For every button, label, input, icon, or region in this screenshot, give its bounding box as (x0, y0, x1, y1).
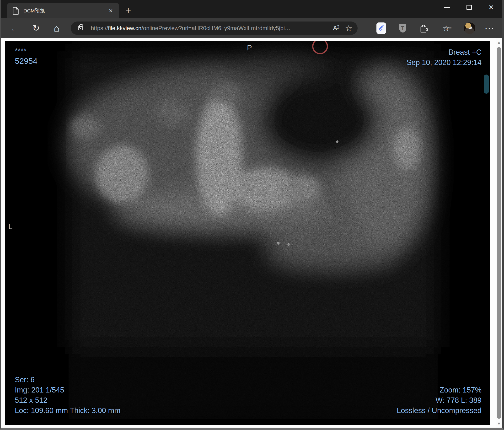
collections-lines-icon: ≡ (449, 25, 452, 31)
scrollbar-down-icon[interactable]: ▼ (496, 421, 502, 426)
dicom-canvas[interactable]: **** 52954 Breast +C Sep 10, 2020 12:29:… (5, 41, 490, 425)
maximize-icon (467, 5, 472, 10)
bird-extension-icon (377, 22, 386, 34)
browser-toolbar: ← ↻ ⌂ https://file.kkview.cn/onlinePrevi… (1, 18, 502, 38)
compression-info: Lossless / Uncompressed (397, 405, 482, 416)
patient-id: 52954 (15, 56, 37, 66)
window-controls: × (436, 0, 502, 15)
scrollbar-thumb[interactable] (497, 47, 501, 419)
tab-close-icon[interactable]: × (108, 7, 114, 14)
window-level: W: 778 L: 389 (397, 395, 482, 405)
browser-window: DCM预览 × + × ← ↻ ⌂ https://file.kkview.cn… (0, 0, 504, 430)
slice-scroll-indicator[interactable] (484, 74, 489, 94)
overlay-patient: **** 52954 (15, 46, 37, 66)
overlay-display-info: Zoom: 157% W: 778 L: 389 Lossless / Unco… (397, 385, 482, 416)
url-text[interactable]: https://file.kkview.cn/onlinePreview?url… (91, 25, 333, 32)
overlay-series-info: Ser: 6 Img: 201 1/545 512 x 512 Loc: 109… (15, 375, 120, 416)
document-favicon-icon (12, 7, 19, 15)
mri-image (5, 41, 490, 425)
url-path: /onlinePreview?url=aHR0cHM6Ly9maWxlLmtrd… (141, 25, 290, 31)
overlay-study: Breast +C Sep 10, 2020 12:29:14 (406, 47, 482, 68)
new-tab-button[interactable]: + (122, 5, 134, 17)
extensions-button[interactable] (417, 18, 431, 38)
maximize-button[interactable] (458, 0, 480, 15)
tab-dcm-preview[interactable]: DCM预览 × (7, 3, 119, 18)
toolbar-divider (435, 24, 435, 33)
close-icon: × (488, 3, 494, 12)
home-icon[interactable]: ⌂ (49, 18, 64, 38)
orientation-marker-posterior: P (247, 44, 252, 52)
puzzle-icon (419, 24, 428, 33)
series-number: Ser: 6 (15, 375, 120, 385)
orientation-marker-left: L (8, 222, 12, 231)
lock-icon[interactable] (78, 26, 83, 30)
profile-avatar[interactable] (464, 22, 475, 34)
study-description: Breast +C (406, 47, 482, 57)
url-protocol: https:// (91, 25, 108, 31)
script-extension-button[interactable]: T (396, 18, 409, 38)
settings-menu-button[interactable]: ⋯ (483, 18, 496, 38)
collections-button[interactable]: ☆ ≡ (441, 18, 454, 38)
back-icon[interactable]: ← (8, 18, 22, 38)
minimize-button[interactable] (436, 0, 458, 15)
shield-t-icon: T (399, 24, 406, 33)
favorite-star-icon[interactable]: ☆ (345, 23, 352, 33)
minimize-icon (444, 7, 450, 8)
study-datetime: Sep 10, 2020 12:29:14 (406, 57, 482, 68)
download-extension-button[interactable] (375, 18, 388, 38)
scrollbar-up-icon[interactable]: ▲ (496, 40, 502, 45)
slice-location: Loc: 109.60 mm Thick: 3.00 mm (15, 405, 120, 416)
address-bar[interactable]: https://file.kkview.cn/onlinePreview?url… (71, 21, 358, 35)
patient-name-masked: **** (15, 46, 37, 56)
image-matrix: 512 x 512 (15, 395, 120, 405)
page-content: **** 52954 Breast +C Sep 10, 2020 12:29:… (1, 38, 502, 428)
refresh-icon[interactable]: ↻ (29, 18, 43, 38)
tab-strip: DCM预览 × + × (1, 0, 502, 18)
tab-title: DCM预览 (23, 7, 108, 14)
close-button[interactable]: × (480, 0, 502, 15)
address-bar-actions: A)) ☆ (333, 23, 352, 33)
image-number: Img: 201 1/545 (15, 385, 120, 395)
read-aloud-icon[interactable]: A)) (333, 25, 339, 32)
zoom-level: Zoom: 157% (397, 385, 482, 395)
page-scrollbar[interactable]: ▲ ▼ (496, 38, 502, 428)
url-host: file.kkview.cn (108, 25, 141, 31)
